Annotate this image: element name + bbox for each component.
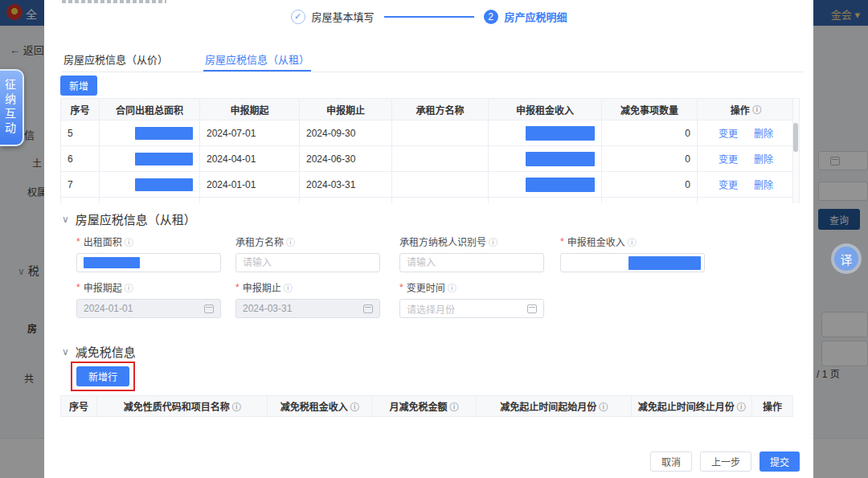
redacted-value bbox=[526, 126, 595, 141]
start-date-input[interactable]: 2024-01-01 bbox=[76, 299, 221, 318]
tenant-id-input[interactable] bbox=[407, 257, 537, 268]
table-row: 5 2024-07-01 2024-09-30 0 变更删除 bbox=[61, 120, 799, 145]
red-highlight-annotation bbox=[71, 362, 135, 391]
col-tenant: 承租方名称 bbox=[392, 99, 489, 120]
cell-income bbox=[489, 146, 602, 171]
required-marker: * bbox=[76, 236, 80, 247]
translate-floating-button[interactable]: 译 bbox=[831, 243, 862, 274]
col-deduction-count: 减免事项数量 bbox=[602, 99, 698, 120]
redacted-value bbox=[135, 153, 193, 165]
chevron-down-icon[interactable]: ∨ bbox=[62, 214, 69, 225]
area-input[interactable] bbox=[76, 253, 221, 272]
calendar-icon bbox=[363, 304, 373, 313]
table-scrollbar[interactable] bbox=[792, 99, 799, 203]
end-date-input[interactable]: 2024-03-31 bbox=[235, 299, 380, 318]
change-link[interactable]: 变更 bbox=[719, 152, 738, 165]
field-label: 变更时间 bbox=[407, 280, 445, 294]
cell-deduction-count: 0 bbox=[602, 121, 698, 145]
field-start-date: *申报期起ⓘ 2024-01-01 bbox=[76, 280, 223, 318]
field-label: 承租方纳税人识别号 bbox=[399, 235, 486, 248]
cell-area bbox=[100, 121, 200, 145]
cell-start: 2024-01-01 bbox=[200, 172, 300, 197]
cancel-button[interactable]: 取消 bbox=[650, 451, 692, 472]
field-area: *出租面积ⓘ bbox=[76, 235, 223, 272]
translate-icon: 译 bbox=[834, 247, 858, 271]
redacted-value bbox=[526, 178, 595, 192]
tab-rent[interactable]: 房屋应税信息（从租） bbox=[203, 47, 311, 71]
field-label: 申报期止 bbox=[243, 280, 281, 294]
field-tenant-id: 承租方纳税人识别号ⓘ bbox=[399, 235, 546, 272]
cell-end: 2024-09-30 bbox=[300, 121, 392, 145]
delete-link[interactable]: 删除 bbox=[754, 178, 773, 191]
info-icon: ⓘ bbox=[286, 235, 295, 248]
info-icon: ⓘ bbox=[125, 235, 133, 248]
required-marker: * bbox=[76, 282, 80, 293]
change-link[interactable]: 变更 bbox=[719, 126, 738, 140]
deduction-section-title: ∨ 减免税信息 bbox=[62, 343, 136, 360]
info-icon: ⓘ bbox=[599, 400, 608, 413]
previous-step-button[interactable]: 上一步 bbox=[700, 451, 751, 472]
step2-label: 房产应税明细 bbox=[505, 9, 567, 24]
col-actions: 操作 bbox=[752, 396, 792, 416]
rent-records-table: 序号 合同出租总面积 申报期起 申报期止 承租方名称 申报租金收入 减免事项数量… bbox=[60, 98, 800, 203]
cell-area bbox=[100, 172, 200, 197]
submit-button[interactable]: 提交 bbox=[760, 451, 800, 472]
change-time-input[interactable]: 请选择月份 bbox=[399, 299, 544, 318]
info-icon: ⓘ bbox=[350, 400, 359, 413]
col-area: 合同出租总面积 bbox=[100, 99, 200, 120]
tab-bar: 房屋应税信息（从价） 房屋应税信息（从租） bbox=[62, 47, 804, 72]
income-input[interactable] bbox=[560, 253, 705, 272]
step1-check-icon: ✓ bbox=[290, 10, 305, 24]
required-marker: * bbox=[399, 282, 403, 293]
stepper-connector bbox=[384, 16, 474, 18]
cell-tenant bbox=[392, 146, 489, 171]
col-deduction-income: 减免税租金收入ⓘ bbox=[268, 396, 372, 416]
cell-start: 2024-07-01 bbox=[200, 121, 300, 145]
change-link[interactable]: 变更 bbox=[719, 178, 738, 191]
deduction-table-header: 序号 减免性质代码和项目名称ⓘ 减免税租金收入ⓘ 月减免税金额ⓘ 减免起止时间起… bbox=[60, 395, 793, 417]
table-row-clipped bbox=[61, 197, 799, 203]
field-change-time: *变更时间ⓘ 请选择月份 bbox=[399, 280, 546, 318]
property-tax-detail-dialog: ✓ 房屋基本填写 2 房产应税明细 房屋应税信息（从价） 房屋应税信息（从租） … bbox=[44, 0, 813, 478]
cell-start: 2024-04-01 bbox=[200, 146, 300, 171]
interaction-side-tab[interactable]: 征纳互动 bbox=[0, 69, 24, 146]
cell-income bbox=[489, 121, 602, 145]
add-button[interactable]: 新增 bbox=[60, 76, 97, 96]
scrollbar-thumb[interactable] bbox=[793, 123, 798, 152]
col-seq: 序号 bbox=[61, 396, 97, 416]
step2-number-badge: 2 bbox=[484, 10, 498, 24]
col-seq: 序号 bbox=[61, 99, 100, 120]
clipped-dialog-title-remnant bbox=[62, 0, 166, 3]
info-icon: ⓘ bbox=[448, 281, 457, 294]
col-start: 申报期起 bbox=[200, 99, 300, 120]
tenant-input[interactable] bbox=[243, 257, 373, 268]
redacted-value bbox=[135, 127, 193, 140]
cell-seq: 6 bbox=[61, 146, 100, 171]
cell-deduction-count: 0 bbox=[602, 146, 698, 171]
calendar-icon bbox=[527, 304, 537, 313]
cell-actions: 变更删除 bbox=[698, 121, 794, 145]
cell-income bbox=[489, 172, 602, 197]
field-tenant: 承租方名称ⓘ bbox=[235, 235, 382, 272]
chevron-down-icon[interactable]: ∨ bbox=[62, 346, 69, 357]
cell-tenant bbox=[392, 121, 489, 145]
tab-advalorem[interactable]: 房屋应税信息（从价） bbox=[62, 47, 170, 71]
table-row: 7 2024-01-01 2024-03-31 0 变更删除 bbox=[61, 171, 799, 197]
info-icon: ⓘ bbox=[125, 281, 133, 294]
cell-actions: 变更删除 bbox=[698, 172, 794, 197]
info-icon: ⓘ bbox=[232, 400, 241, 413]
required-marker: * bbox=[235, 282, 240, 293]
redacted-value bbox=[84, 257, 140, 268]
field-label: 申报租金收入 bbox=[567, 235, 625, 248]
step1-label: 房屋基本填写 bbox=[311, 9, 374, 24]
delete-link[interactable]: 删除 bbox=[754, 126, 773, 140]
col-end: 申报期止 bbox=[300, 99, 392, 120]
info-icon: ⓘ bbox=[737, 400, 746, 413]
col-monthly-amount: 月减免税金额ⓘ bbox=[372, 396, 477, 416]
field-label: 出租面积 bbox=[84, 235, 122, 248]
table-body: 5 2024-07-01 2024-09-30 0 变更删除 6 2024-04… bbox=[61, 120, 799, 203]
screen: 全 金会 ▾ ← 返回 信 土 权属 ∨ 税 房 共 查询 / 1 页 征纳互动… bbox=[0, 0, 868, 478]
cell-seq: 5 bbox=[61, 121, 100, 145]
table-header-row: 序号 合同出租总面积 申报期起 申报期止 承租方名称 申报租金收入 减免事项数量… bbox=[61, 99, 799, 120]
delete-link[interactable]: 删除 bbox=[754, 152, 773, 165]
